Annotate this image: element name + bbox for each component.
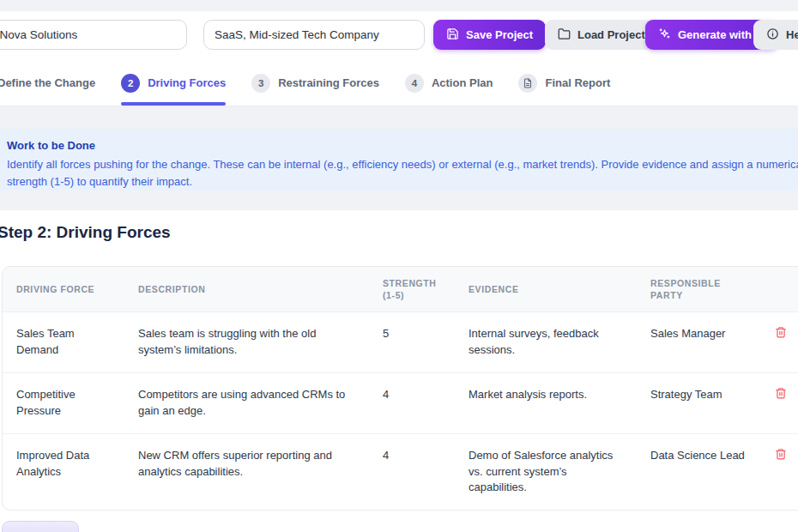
col-driving-force: DRIVING FORCE bbox=[3, 267, 124, 311]
work-to-be-done-callout: Work to be Done Identify all forces push… bbox=[0, 129, 798, 190]
sparkles-icon bbox=[658, 27, 671, 43]
force-cell: Competitive Pressure bbox=[3, 372, 124, 433]
tab-label: Action Plan bbox=[432, 76, 493, 89]
tab-define-the-change[interactable]: 1 Define the Change bbox=[0, 60, 95, 106]
trash-icon bbox=[775, 328, 787, 341]
col-responsible-party: RESPONSIBLE PARTY bbox=[637, 267, 761, 311]
tab-restraining-forces[interactable]: 3 Restraining Forces bbox=[251, 60, 379, 106]
delete-row-button[interactable] bbox=[775, 387, 787, 399]
force-cell: Improved Data Analytics bbox=[3, 433, 124, 511]
col-description: DESCRIPTION bbox=[124, 267, 369, 311]
strength-cell: 5 bbox=[369, 311, 455, 372]
trash-icon bbox=[775, 389, 787, 402]
step-tabs: 1 Define the Change 2 Driving Forces 3 R… bbox=[0, 60, 798, 106]
info-icon bbox=[766, 27, 779, 43]
table-row: Competitive Pressure Competitors are usi… bbox=[3, 372, 798, 433]
callout-body: Identify all forces pushing for the chan… bbox=[7, 156, 798, 190]
org-context-input[interactable] bbox=[203, 20, 425, 50]
load-project-label: Load Project bbox=[577, 28, 645, 41]
top-toolbar: Save Project Load Project Generate with … bbox=[0, 11, 798, 61]
force-cell: Sales Team Demand bbox=[3, 311, 124, 372]
help-button[interactable]: Help bbox=[753, 20, 798, 50]
page-title: Step 2: Driving Forces bbox=[0, 223, 171, 242]
app-window: Save Project Load Project Generate with … bbox=[0, 0, 798, 532]
step-number-badge: 2 bbox=[121, 74, 140, 93]
tab-label: Final Report bbox=[545, 76, 610, 89]
tab-final-report[interactable]: Final Report bbox=[518, 60, 610, 106]
responsible-cell: Sales Manager bbox=[637, 311, 761, 372]
col-actions bbox=[761, 267, 798, 311]
table-row: Sales Team Demand Sales team is struggli… bbox=[3, 311, 798, 372]
trash-icon bbox=[775, 450, 787, 462]
driving-forces-table: DRIVING FORCE DESCRIPTION STRENGTH (1-5)… bbox=[2, 266, 798, 511]
callout-title: Work to be Done bbox=[7, 139, 798, 152]
col-evidence: EVIDENCE bbox=[455, 267, 637, 311]
tab-label: Restraining Forces bbox=[278, 76, 379, 89]
description-cell: New CRM offers superior reporting and an… bbox=[124, 433, 369, 511]
tab-action-plan[interactable]: 4 Action Plan bbox=[405, 60, 493, 106]
document-icon bbox=[518, 74, 537, 93]
evidence-cell: Demo of Salesforce analytics vs. current… bbox=[455, 433, 637, 511]
folder-icon bbox=[558, 27, 571, 43]
save-project-label: Save Project bbox=[466, 28, 533, 41]
project-name-input[interactable] bbox=[0, 20, 187, 50]
evidence-cell: Internal surveys, feedback sessions. bbox=[455, 311, 637, 372]
step-number-badge: 3 bbox=[251, 74, 270, 93]
description-cell: Sales team is struggling with the old sy… bbox=[124, 311, 369, 372]
help-label: Help bbox=[786, 28, 798, 41]
responsible-cell: Data Science Lead bbox=[637, 433, 761, 511]
col-strength: STRENGTH (1-5) bbox=[369, 267, 455, 311]
strength-cell: 4 bbox=[369, 372, 455, 433]
step-number-badge: 4 bbox=[405, 74, 424, 93]
table-header-row: DRIVING FORCE DESCRIPTION STRENGTH (1-5)… bbox=[3, 267, 798, 311]
responsible-cell: Strategy Team bbox=[637, 372, 761, 433]
evidence-cell: Market analysis reports. bbox=[455, 372, 637, 433]
save-icon bbox=[446, 27, 459, 43]
table-row: Improved Data Analytics New CRM offers s… bbox=[3, 433, 798, 511]
strength-cell: 4 bbox=[369, 433, 455, 511]
delete-row-button[interactable] bbox=[775, 326, 787, 338]
main-content: Step 2: Driving Forces DRIVING FORCE DES… bbox=[0, 210, 798, 532]
generate-ai-label: Generate with AI bbox=[678, 28, 765, 41]
delete-row-button[interactable] bbox=[775, 448, 787, 460]
tab-driving-forces[interactable]: 2 Driving Forces bbox=[121, 60, 226, 106]
save-project-button[interactable]: Save Project bbox=[433, 20, 546, 50]
load-project-button[interactable]: Load Project bbox=[545, 20, 658, 50]
tab-label: Define the Change bbox=[0, 76, 95, 89]
add-force-button[interactable] bbox=[2, 521, 79, 532]
tab-label: Driving Forces bbox=[148, 76, 226, 89]
description-cell: Competitors are using advanced CRMs to g… bbox=[124, 372, 369, 433]
